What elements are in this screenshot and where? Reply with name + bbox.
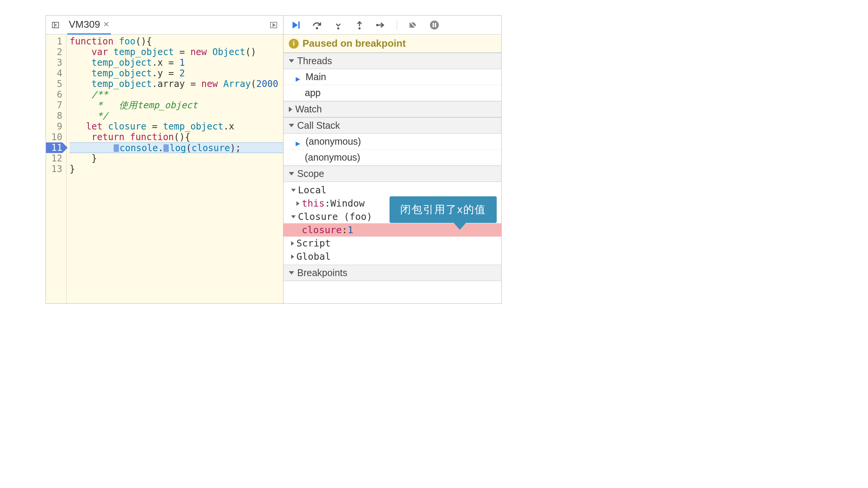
line-number[interactable]: 5 <box>46 79 62 89</box>
scope-closure-var[interactable]: closure: 1 <box>284 223 501 237</box>
line-number[interactable]: 9 <box>46 121 62 132</box>
scope-local[interactable]: Local <box>284 183 501 197</box>
run-snippet-icon[interactable] <box>269 20 279 30</box>
code-line: /** <box>70 89 283 100</box>
callstack-section-header[interactable]: Call Stack <box>284 117 501 134</box>
execution-marker-icon <box>114 144 119 152</box>
breakpoints-section-header[interactable]: Breakpoints <box>284 265 501 281</box>
code-line: */ <box>70 111 283 121</box>
thread-label: app <box>305 87 321 98</box>
step-into-icon[interactable] <box>333 20 344 30</box>
section-label: Scope <box>297 168 324 179</box>
line-number[interactable]: 2 <box>46 47 62 57</box>
scope-script[interactable]: Script <box>284 237 501 250</box>
line-number[interactable]: 11 <box>46 142 62 153</box>
code-line: temp_object.array = new Array(2000 <box>70 79 283 89</box>
svg-point-3 <box>316 27 318 29</box>
scope-body: Local this: Window Closure (foo) closure… <box>284 182 501 265</box>
step-over-icon[interactable] <box>312 20 322 30</box>
section-label: Threads <box>297 55 332 66</box>
scope-label: Closure (foo) <box>298 211 372 222</box>
svg-point-5 <box>358 27 360 29</box>
line-number[interactable]: 3 <box>46 57 62 68</box>
line-number[interactable]: 1 <box>46 36 62 47</box>
debug-toolbar <box>284 16 501 35</box>
code-line: let closure = temp_object.x <box>70 121 283 132</box>
step-icon[interactable] <box>375 20 386 30</box>
source-panel: VM309 ✕ 12345678910111213 function foo()… <box>46 16 284 303</box>
paused-text: Paused on breakpoint <box>303 38 406 49</box>
code-body: function foo(){ var temp_object = new Ob… <box>67 35 283 303</box>
scope-key: closure <box>302 224 342 235</box>
pause-on-exceptions-icon[interactable] <box>429 20 440 30</box>
threads-section-header[interactable]: Threads <box>284 53 501 69</box>
chevron-down-icon <box>291 215 296 218</box>
thread-label: Main <box>306 71 326 82</box>
line-number[interactable]: 7 <box>46 100 62 111</box>
svg-point-7 <box>430 21 439 29</box>
line-number[interactable]: 12 <box>46 153 62 164</box>
code-line: temp_object.y = 2 <box>70 68 283 79</box>
chevron-down-icon <box>291 189 296 192</box>
scope-section-header[interactable]: Scope <box>284 166 501 182</box>
line-number[interactable]: 13 <box>46 164 62 174</box>
code-line: * 使用temp_object <box>70 100 283 111</box>
section-label: Breakpoints <box>297 267 347 278</box>
current-frame-icon <box>295 138 302 145</box>
code-line: return function(){ <box>70 132 283 142</box>
scope-global[interactable]: Global <box>284 250 501 263</box>
step-out-icon[interactable] <box>354 20 365 30</box>
line-number[interactable]: 6 <box>46 89 62 100</box>
chevron-right-icon <box>296 201 299 206</box>
code-line: function foo(){ <box>70 36 283 47</box>
chevron-right-icon <box>289 107 292 112</box>
chevron-right-icon <box>291 241 294 246</box>
stack-frame[interactable]: (anonymous) <box>284 150 501 166</box>
scope-label: Local <box>298 185 326 196</box>
source-tab[interactable]: VM309 ✕ <box>67 16 111 35</box>
section-label: Call Stack <box>297 120 340 131</box>
scope-label: Global <box>296 251 331 262</box>
chevron-down-icon <box>289 59 294 63</box>
scope-key: this <box>302 198 325 209</box>
deactivate-breakpoints-icon[interactable] <box>408 20 418 30</box>
close-icon[interactable]: ✕ <box>103 20 109 29</box>
code-line: } <box>70 153 283 164</box>
chevron-down-icon <box>289 271 294 275</box>
svg-rect-2 <box>298 21 300 28</box>
scope-value: Window <box>330 198 364 209</box>
devtools-panel: VM309 ✕ 12345678910111213 function foo()… <box>46 15 502 304</box>
source-tabbar: VM309 ✕ <box>46 16 283 35</box>
annotation-callout: 闭包引用了x的值 <box>390 196 497 223</box>
info-icon: i <box>289 39 299 49</box>
thread-item-main[interactable]: Main <box>284 69 501 85</box>
current-thread-icon <box>295 74 302 81</box>
frame-label: (anonymous) <box>306 136 361 147</box>
frame-label: (anonymous) <box>305 152 360 163</box>
section-label: Watch <box>295 104 322 115</box>
paused-banner: i Paused on breakpoint <box>284 35 501 53</box>
thread-item-app[interactable]: app <box>284 85 501 101</box>
line-number[interactable]: 10 <box>46 132 62 142</box>
line-number[interactable]: 4 <box>46 68 62 79</box>
svg-point-6 <box>376 24 379 26</box>
resume-icon[interactable] <box>290 20 301 30</box>
tab-label: VM309 <box>69 19 100 30</box>
show-navigator-icon[interactable] <box>51 20 60 30</box>
code-line: console.log(closure); <box>70 142 283 153</box>
svg-point-4 <box>337 27 339 29</box>
line-number[interactable]: 8 <box>46 111 62 121</box>
code-line: } <box>70 164 283 174</box>
scope-label: Script <box>296 238 331 249</box>
toolbar-separator <box>397 20 397 30</box>
svg-rect-8 <box>432 23 434 27</box>
code-editor[interactable]: 12345678910111213 function foo(){ var te… <box>46 35 283 303</box>
debugger-panel: i Paused on breakpoint Threads Main app … <box>284 16 501 303</box>
chevron-down-icon <box>289 124 294 127</box>
watch-section-header[interactable]: Watch <box>284 101 501 117</box>
execution-marker-icon <box>163 144 169 152</box>
line-gutter: 12345678910111213 <box>46 35 67 303</box>
code-line: temp_object.x = 1 <box>70 57 283 68</box>
scope-value: 1 <box>347 224 353 235</box>
stack-frame[interactable]: (anonymous) <box>284 134 501 150</box>
